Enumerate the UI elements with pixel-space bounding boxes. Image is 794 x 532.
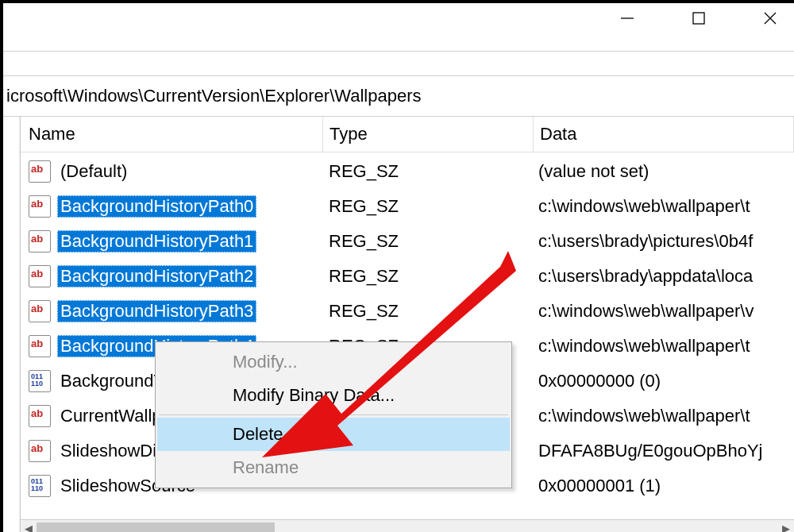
string-value-icon bbox=[29, 300, 51, 322]
context-menu-delete[interactable]: Delete bbox=[157, 418, 510, 451]
window-title-bar bbox=[3, 3, 794, 52]
scroll-right-button[interactable]: ▶ bbox=[778, 520, 794, 532]
value-data: 0x00000001 (1) bbox=[532, 476, 794, 496]
value-type: REG_SZ bbox=[322, 161, 532, 182]
string-value-icon bbox=[29, 195, 51, 218]
column-headers: Name Type Data bbox=[21, 117, 794, 152]
value-name: BackgroundHistoryPath0 bbox=[57, 195, 256, 218]
context-menu: Modify... Modify Binary Data... Delete R… bbox=[155, 341, 512, 488]
value-data: 0x00000000 (0) bbox=[532, 371, 794, 391]
address-bar[interactable]: icrosoft\Windows\CurrentVersion\Explorer… bbox=[3, 75, 794, 117]
registry-value-row[interactable]: BackgroundHistoryPath1REG_SZc:\users\bra… bbox=[21, 224, 794, 259]
context-menu-rename[interactable]: Rename bbox=[157, 451, 510, 484]
minimize-icon bbox=[620, 11, 634, 25]
value-data: c:\users\brady\pictures\0b4f bbox=[532, 231, 794, 252]
string-value-icon bbox=[29, 265, 51, 287]
value-name: BackgroundHistoryPath3 bbox=[57, 300, 256, 322]
string-value-icon bbox=[29, 335, 51, 357]
binary-value-icon bbox=[29, 370, 51, 392]
window-close-button[interactable] bbox=[746, 3, 794, 33]
context-menu-modify[interactable]: Modify... bbox=[157, 345, 510, 379]
value-type: REG_SZ bbox=[322, 196, 532, 217]
registry-value-row[interactable]: (Default)REG_SZ(value not set) bbox=[21, 154, 794, 189]
value-name: BackgroundHistoryPath1 bbox=[57, 230, 256, 253]
scroll-track[interactable] bbox=[37, 520, 778, 532]
context-menu-separator bbox=[159, 414, 508, 415]
value-data: DFAFA8BUg/E0gouOpBhoYj bbox=[532, 441, 794, 461]
horizontal-scrollbar[interactable]: ◀ ▶ bbox=[21, 519, 794, 532]
string-value-icon bbox=[29, 440, 51, 462]
context-menu-modify-binary[interactable]: Modify Binary Data... bbox=[157, 379, 510, 412]
value-type: REG_SZ bbox=[322, 266, 532, 287]
svg-rect-1 bbox=[693, 13, 704, 24]
string-value-icon bbox=[29, 160, 51, 183]
maximize-icon bbox=[692, 11, 706, 25]
value-type: REG_SZ bbox=[322, 301, 532, 322]
value-name: (Default) bbox=[57, 160, 130, 183]
value-data: c:\users\brady\appdata\loca bbox=[532, 266, 794, 287]
address-bar-path: icrosoft\Windows\CurrentVersion\Explorer… bbox=[6, 86, 422, 106]
string-value-icon bbox=[29, 405, 51, 427]
scroll-left-button[interactable]: ◀ bbox=[21, 520, 37, 532]
window-maximize-button[interactable] bbox=[675, 3, 723, 33]
value-data: c:\windows\web\wallpaper\t bbox=[532, 406, 794, 426]
value-data: c:\windows\web\wallpaper\t bbox=[532, 196, 794, 217]
value-data: c:\windows\web\wallpaper\v bbox=[532, 301, 794, 322]
tree-sidebar[interactable] bbox=[3, 117, 20, 532]
menu-bar-area bbox=[3, 52, 794, 75]
window-minimize-button[interactable] bbox=[603, 3, 651, 33]
registry-value-row[interactable]: BackgroundHistoryPath0REG_SZc:\windows\w… bbox=[21, 189, 794, 224]
value-name: BackgroundHistoryPath2 bbox=[57, 265, 256, 287]
column-header-data[interactable]: Data bbox=[534, 117, 794, 152]
string-value-icon bbox=[29, 230, 51, 253]
value-data: (value not set) bbox=[532, 161, 794, 182]
scroll-thumb[interactable] bbox=[37, 522, 275, 532]
close-icon bbox=[763, 11, 777, 25]
column-header-type[interactable]: Type bbox=[323, 117, 534, 152]
value-type: REG_SZ bbox=[322, 231, 532, 252]
value-data: c:\windows\web\wallpaper\t bbox=[532, 336, 794, 357]
registry-value-row[interactable]: BackgroundHistoryPath2REG_SZc:\users\bra… bbox=[21, 259, 794, 294]
registry-value-row[interactable]: BackgroundHistoryPath3REG_SZc:\windows\w… bbox=[21, 294, 794, 329]
binary-value-icon bbox=[29, 475, 51, 497]
column-header-name[interactable]: Name bbox=[21, 117, 323, 152]
